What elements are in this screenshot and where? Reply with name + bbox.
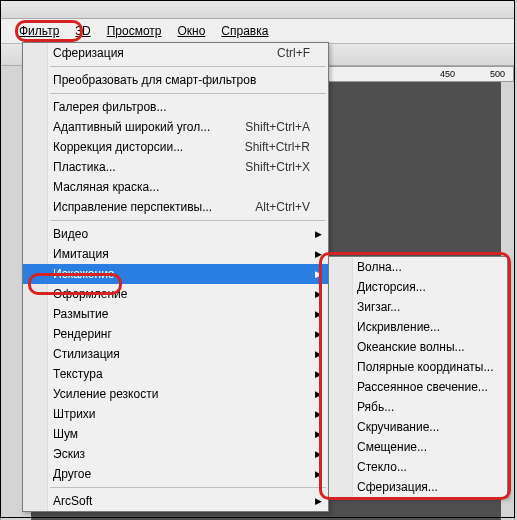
menu-item-label: Зигзаг... <box>357 300 400 314</box>
menu-item-label: Размытие <box>53 307 108 321</box>
menu-help[interactable]: Справка <box>213 21 276 41</box>
menu-item-label: Искривление... <box>357 320 440 334</box>
menu-item-decor[interactable]: Оформление▶ <box>23 284 328 304</box>
menu-window[interactable]: Окно <box>169 21 213 41</box>
submenu-item-curve[interactable]: Искривление... <box>329 317 507 337</box>
menu-item-label: Сферизация <box>53 46 124 60</box>
chevron-right-icon: ▶ <box>315 409 322 419</box>
menu-3d[interactable]: 3D <box>67 21 98 41</box>
menu-item-texture[interactable]: Текстура▶ <box>23 364 328 384</box>
submenu-item-ripple[interactable]: Рябь... <box>329 397 507 417</box>
menu-item-label: Преобразовать для смарт-фильтров <box>53 73 256 87</box>
chevron-right-icon: ▶ <box>315 449 322 459</box>
chevron-right-icon: ▶ <box>315 429 322 439</box>
menu-item-arcsoft[interactable]: ArcSoft▶ <box>23 491 328 511</box>
chevron-right-icon: ▶ <box>315 389 322 399</box>
menu-item-label: Скручивание... <box>357 420 439 434</box>
menu-item-video[interactable]: Видео▶ <box>23 224 328 244</box>
menu-item-oil[interactable]: Масляная краска... <box>23 177 328 197</box>
menu-item-shortcut: Shift+Ctrl+X <box>245 160 310 174</box>
distort-submenu: Волна... Дисторсия... Зигзаг... Искривле… <box>328 256 508 498</box>
menu-item-label: Дисторсия... <box>357 280 426 294</box>
menu-item-sharpen[interactable]: Усиление резкости▶ <box>23 384 328 404</box>
menu-item-label: Штрихи <box>53 407 96 421</box>
menu-item-distort[interactable]: Искажение▶ <box>23 264 328 284</box>
ruler-tick: 500 <box>490 69 505 79</box>
chevron-right-icon: ▶ <box>315 269 322 279</box>
chevron-right-icon: ▶ <box>315 349 322 359</box>
menu-item-stylize[interactable]: Стилизация▶ <box>23 344 328 364</box>
menu-item-label: Текстура <box>53 367 103 381</box>
chevron-right-icon: ▶ <box>315 469 322 479</box>
menu-item-gallery[interactable]: Галерея фильтров... <box>23 97 328 117</box>
menu-item-label: Океанские волны... <box>357 340 465 354</box>
menu-item-label: Видео <box>53 227 88 241</box>
menu-item-label: ArcSoft <box>53 494 92 508</box>
menu-separator <box>50 66 326 67</box>
menu-item-label: Рябь... <box>357 400 394 414</box>
submenu-item-zigzag[interactable]: Зигзаг... <box>329 297 507 317</box>
submenu-item-diffuse[interactable]: Рассеянное свечение... <box>329 377 507 397</box>
menu-item-label: Полярные координаты... <box>357 360 493 374</box>
menu-item-shortcut: Alt+Ctrl+V <box>255 200 310 214</box>
menu-separator <box>50 220 326 221</box>
menu-item-label: Исправление перспективы... <box>53 200 212 214</box>
menu-item-strokes[interactable]: Штрихи▶ <box>23 404 328 424</box>
submenu-item-glass[interactable]: Стекло... <box>329 457 507 477</box>
submenu-item-ocean[interactable]: Океанские волны... <box>329 337 507 357</box>
menu-item-vanish[interactable]: Исправление перспективы...Alt+Ctrl+V <box>23 197 328 217</box>
menu-item-label: Эскиз <box>53 447 85 461</box>
menu-item-label: Смещение... <box>357 440 427 454</box>
menu-item-label: Галерея фильтров... <box>53 100 166 114</box>
menu-item-label: Рендеринг <box>53 327 112 341</box>
menu-item-label: Имитация <box>53 247 109 261</box>
menu-item-label: Усиление резкости <box>53 387 158 401</box>
menubar: Фильтр 3D Просмотр Окно Справка <box>1 19 514 44</box>
menu-item-label: Волна... <box>357 260 402 274</box>
menu-item-render[interactable]: Рендеринг▶ <box>23 324 328 344</box>
chevron-right-icon: ▶ <box>315 289 322 299</box>
menu-item-label: Масляная краска... <box>53 180 159 194</box>
menu-item-label: Стекло... <box>357 460 407 474</box>
menu-item-other[interactable]: Другое▶ <box>23 464 328 484</box>
menu-item-noise[interactable]: Шум▶ <box>23 424 328 444</box>
menu-item-label: Сферизация... <box>357 480 438 494</box>
chevron-right-icon: ▶ <box>315 496 322 506</box>
menu-item-label: Искажение <box>53 267 115 281</box>
menu-item-liquify[interactable]: Пластика...Shift+Ctrl+X <box>23 157 328 177</box>
chevron-right-icon: ▶ <box>315 249 322 259</box>
menu-item-last-filter[interactable]: Сферизация Ctrl+F <box>23 43 328 63</box>
menu-item-sketch[interactable]: Эскиз▶ <box>23 444 328 464</box>
menu-item-shortcut: Shift+Ctrl+R <box>245 140 310 154</box>
menu-item-blur[interactable]: Размытие▶ <box>23 304 328 324</box>
menu-item-label: Коррекция дисторсии... <box>53 140 183 154</box>
submenu-item-shift[interactable]: Смещение... <box>329 437 507 457</box>
submenu-item-twirl[interactable]: Скручивание... <box>329 417 507 437</box>
submenu-item-wave[interactable]: Волна... <box>329 257 507 277</box>
chevron-right-icon: ▶ <box>315 309 322 319</box>
menu-item-convert-smart[interactable]: Преобразовать для смарт-фильтров <box>23 70 328 90</box>
menu-item-adaptive[interactable]: Адаптивный широкий угол...Shift+Ctrl+A <box>23 117 328 137</box>
chevron-right-icon: ▶ <box>315 369 322 379</box>
submenu-item-polar[interactable]: Полярные координаты... <box>329 357 507 377</box>
ruler-tick: 450 <box>440 69 455 79</box>
menu-filter[interactable]: Фильтр <box>11 21 67 41</box>
menu-view[interactable]: Просмотр <box>99 21 170 41</box>
menu-item-imitation[interactable]: Имитация▶ <box>23 244 328 264</box>
menu-separator <box>50 93 326 94</box>
menu-item-label: Стилизация <box>53 347 120 361</box>
chevron-right-icon: ▶ <box>315 229 322 239</box>
filter-menu: Сферизация Ctrl+F Преобразовать для смар… <box>22 42 329 512</box>
menu-item-label: Рассеянное свечение... <box>357 380 488 394</box>
chevron-right-icon: ▶ <box>315 329 322 339</box>
menu-item-lens[interactable]: Коррекция дисторсии...Shift+Ctrl+R <box>23 137 328 157</box>
menu-separator <box>50 487 326 488</box>
submenu-item-distortion[interactable]: Дисторсия... <box>329 277 507 297</box>
menu-item-label: Шум <box>53 427 78 441</box>
menu-item-shortcut: Shift+Ctrl+A <box>245 120 310 134</box>
menu-item-label: Другое <box>53 467 91 481</box>
menu-item-label: Оформление <box>53 287 127 301</box>
menu-item-label: Адаптивный широкий угол... <box>53 120 210 134</box>
menu-item-label: Пластика... <box>53 160 116 174</box>
submenu-item-spherize[interactable]: Сферизация... <box>329 477 507 497</box>
